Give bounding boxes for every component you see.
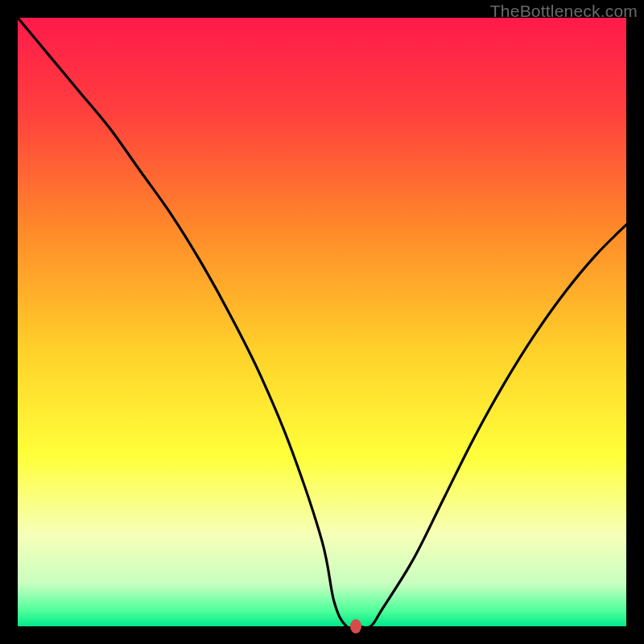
chart-frame [18, 18, 626, 626]
optimal-point-marker [350, 619, 361, 634]
watermark-text: TheBottleneck.com [490, 2, 638, 21]
bottleneck-curve [18, 18, 626, 626]
